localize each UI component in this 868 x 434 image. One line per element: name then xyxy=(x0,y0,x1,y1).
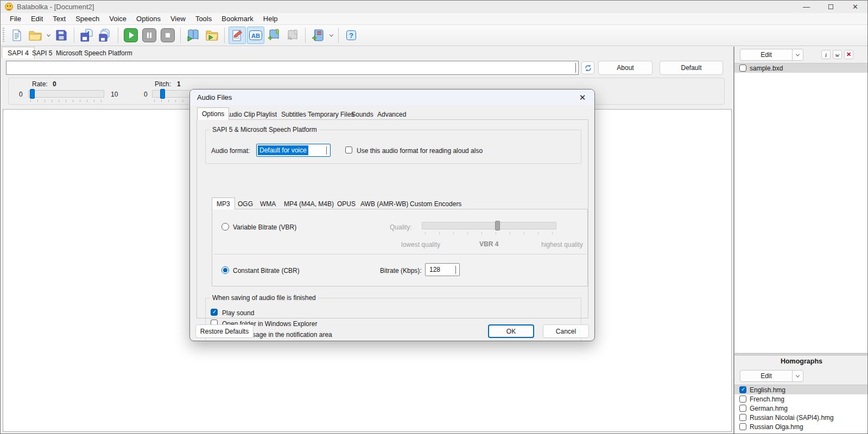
homographs-edit-button[interactable]: Edit xyxy=(740,370,803,382)
tab-mp3[interactable]: MP3 xyxy=(212,197,235,209)
checkbox-unchecked-icon[interactable] xyxy=(739,65,746,72)
cancel-button[interactable]: Cancel xyxy=(543,324,589,338)
toolbar-separator xyxy=(338,28,339,43)
stop-icon[interactable] xyxy=(159,27,176,44)
menu-voice[interactable]: Voice xyxy=(104,13,131,24)
checkbox-unchecked-icon[interactable] xyxy=(739,414,746,421)
use-format-checkbox[interactable] xyxy=(345,146,352,154)
dictionary-ab-icon[interactable]: AB xyxy=(247,27,264,44)
play-sound-checkbox[interactable] xyxy=(211,309,218,316)
toolbar-separator xyxy=(74,28,74,43)
about-button[interactable]: About xyxy=(598,61,652,75)
info-button[interactable]: i xyxy=(821,50,831,59)
play-icon[interactable] xyxy=(122,27,140,44)
menu-tools[interactable]: Tools xyxy=(191,13,217,24)
refresh-icon xyxy=(584,64,592,72)
voice-select[interactable] xyxy=(6,61,579,75)
wordpress-button[interactable]: w xyxy=(833,50,842,59)
tab-mp4[interactable]: MP4 (M4A, M4B) xyxy=(280,199,338,209)
add-dictionary-icon[interactable] xyxy=(265,27,283,44)
remove-dictionary-icon[interactable] xyxy=(284,27,301,44)
quality-slider-thumb xyxy=(495,221,500,231)
save-icon[interactable] xyxy=(53,27,70,44)
files-edit-label: Edit xyxy=(740,49,792,60)
svg-text:?: ? xyxy=(349,31,353,40)
homographs-edit-dropdown[interactable] xyxy=(792,371,803,381)
checkbox-unchecked-icon[interactable] xyxy=(739,405,746,412)
rate-slider[interactable] xyxy=(28,90,104,98)
pause-icon[interactable] xyxy=(141,27,158,44)
cbr-radio[interactable] xyxy=(221,266,229,274)
tab-awb[interactable]: AWB (AMR-WB) xyxy=(356,199,413,209)
files-edit-dropdown[interactable] xyxy=(792,49,803,60)
audio-format-label: Audio format: xyxy=(211,147,250,155)
close-button[interactable]: ✕ xyxy=(843,1,867,13)
toolbar-separator xyxy=(180,28,181,43)
rate-min: 0 xyxy=(19,91,23,98)
help-icon[interactable]: ? xyxy=(343,27,360,44)
checkbox-unchecked-icon[interactable] xyxy=(739,423,746,430)
open-audio-folder-icon[interactable] xyxy=(203,27,220,44)
split-save-audio-icon[interactable] xyxy=(97,27,114,44)
cbr-label: Constant Bitrate (CBR) xyxy=(233,267,300,275)
minimize-button[interactable]: — xyxy=(794,1,819,13)
menu-bookmark[interactable]: Bookmark xyxy=(217,13,258,24)
tab-ogg[interactable]: OGG xyxy=(233,199,257,209)
add-bookmark-list-icon[interactable] xyxy=(309,27,327,44)
open-folder-dropdown[interactable] xyxy=(45,27,52,44)
restore-defaults-button[interactable]: Restore Defaults xyxy=(195,324,254,338)
dialog-title: Audio Files xyxy=(197,93,232,101)
open-folder-icon[interactable] xyxy=(27,27,44,44)
audio-format-select[interactable]: Default for voice xyxy=(256,144,331,157)
read-and-save-book-icon[interactable] xyxy=(185,27,202,44)
tab-advanced[interactable]: Advanced xyxy=(373,108,410,120)
files-edit-button[interactable]: Edit xyxy=(740,49,803,61)
sapi5-groupbox: SAPI 5 & Microsoft Speech Platform Audio… xyxy=(205,130,581,164)
ok-button[interactable]: OK xyxy=(488,324,534,338)
rate-ticks xyxy=(30,100,104,102)
checkbox-checked-icon[interactable] xyxy=(739,386,746,393)
rate-label: Rate: xyxy=(32,80,48,88)
default-button[interactable]: Default xyxy=(660,61,723,75)
dialog-title-bar: Audio Files ✕ xyxy=(190,90,594,105)
list-item-sample-bxd[interactable]: sample.bxd xyxy=(734,63,868,73)
pitch-slider-thumb[interactable] xyxy=(160,89,165,99)
list-item-russian-nicolai-hmg[interactable]: Russian Nicolai (SAPI4).hmg xyxy=(734,413,868,422)
tab-options[interactable]: Options xyxy=(197,107,229,120)
new-document-icon[interactable] xyxy=(8,27,26,44)
list-item-german-hmg[interactable]: German.hmg xyxy=(734,404,868,413)
balabolka-window: Balabolka - [Document2] — ✕ File Edit Te… xyxy=(0,0,868,434)
menu-help[interactable]: Help xyxy=(258,13,283,24)
menu-edit[interactable]: Edit xyxy=(26,13,48,24)
tab-microsoft-speech-platform[interactable]: Microsoft Speech Platform xyxy=(50,47,138,59)
options-tab-page: SAPI 5 & Microsoft Speech Platform Audio… xyxy=(197,119,588,318)
add-bookmark-dropdown[interactable] xyxy=(327,27,335,44)
tab-custom-encoders[interactable]: Custom Encoders xyxy=(406,199,466,209)
rate-slider-thumb[interactable] xyxy=(30,89,35,99)
spell-check-icon[interactable] xyxy=(229,27,246,44)
chevron-down-icon xyxy=(326,146,327,154)
tab-wma[interactable]: WMA xyxy=(256,199,280,209)
bitrate-select[interactable]: 128 xyxy=(425,263,460,276)
menu-text[interactable]: Text xyxy=(48,13,71,24)
refresh-voices-button[interactable] xyxy=(581,61,594,74)
rate-value: 0 xyxy=(53,80,56,88)
rate-max: 10 xyxy=(111,91,118,98)
menu-speech[interactable]: Speech xyxy=(71,13,104,24)
toolbar-grip[interactable] xyxy=(3,28,4,43)
menu-view[interactable]: View xyxy=(166,13,191,24)
list-item-english-hmg[interactable]: English.hmg xyxy=(734,385,868,394)
restore-button[interactable] xyxy=(819,1,843,13)
close-file-button[interactable]: ✕ xyxy=(844,50,853,59)
list-item-french-hmg[interactable]: French.hmg xyxy=(734,394,868,404)
menu-options[interactable]: Options xyxy=(131,13,166,24)
dialog-close-icon[interactable]: ✕ xyxy=(576,91,589,104)
menu-file[interactable]: File xyxy=(5,13,26,24)
audio-files-dialog: Audio Files ✕ Options Audio Clip Playlis… xyxy=(189,89,595,341)
save-audio-file-icon[interactable] xyxy=(78,27,96,44)
panel-splitter[interactable] xyxy=(734,353,868,355)
vbr-radio[interactable] xyxy=(221,223,229,231)
use-format-label: Use this audio format for reading aloud … xyxy=(357,147,483,155)
list-item-russian-olga-hmg[interactable]: Russian Olga.hmg xyxy=(734,422,868,431)
checkbox-unchecked-icon[interactable] xyxy=(739,395,746,403)
